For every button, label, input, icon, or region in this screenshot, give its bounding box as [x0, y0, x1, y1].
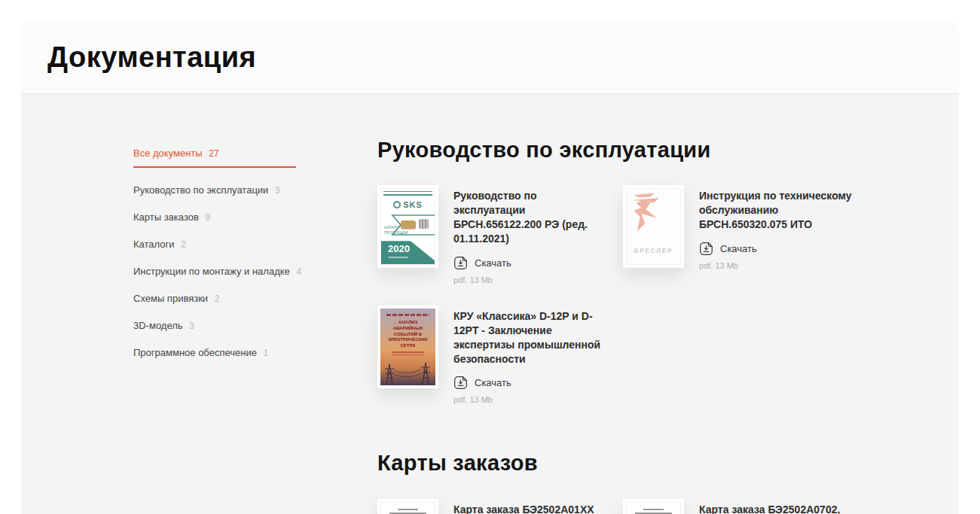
- doc-thumbnail: SKS КАТАЛОГ ПРОДУКЦИИ 2020: [377, 185, 438, 268]
- doc-title: Руководство по эксплуатации БРСН.656122.…: [453, 189, 609, 246]
- page-header: Документация: [21, 21, 959, 94]
- sidebar-item-order-cards[interactable]: Карты заказов 9: [133, 211, 296, 223]
- sidebar-item-label: Карты заказов: [133, 211, 199, 223]
- documents-main: Руководство по эксплуатации SKS: [377, 94, 959, 514]
- document-card: Анализ аварийных событий в электрических…: [377, 306, 623, 405]
- doc-thumbnail: [623, 499, 684, 514]
- sks-year: 2020: [388, 243, 410, 254]
- sidebar-item-count: 2: [215, 293, 220, 304]
- sks-url-line: [389, 257, 408, 258]
- power-towers-silhouette: [380, 355, 435, 385]
- doc-title: Карта заказа БЭ2502А01ХХ: [453, 503, 609, 514]
- section-operation-manual: Руководство по эксплуатации SKS: [377, 138, 959, 404]
- order-form-cover: [626, 502, 681, 514]
- cover-stripes: [383, 191, 432, 198]
- document-card: Карта заказа БЭ2502А01ХХ: [377, 499, 623, 514]
- doc-thumbnail: Анализ аварийных событий в электрических…: [377, 306, 438, 388]
- sidebar-item-label: 3D-модель: [133, 320, 183, 331]
- sidebar-item-label: Руководство по эксплуатации: [133, 184, 268, 196]
- download-label: Скачать: [720, 243, 757, 254]
- sidebar-item-count: 3: [189, 321, 194, 331]
- doc-thumbnail: [377, 499, 438, 514]
- sks-caption: КАТАЛОГ ПРОДУКЦИИ: [384, 225, 401, 235]
- doc-title: Инструкция по техническому обслуживанию …: [699, 189, 854, 232]
- book-authors-line: [386, 314, 429, 316]
- doc-title: КРУ «Классика» D-12P и D-12PT - Заключен…: [453, 309, 609, 366]
- sks-logo-icon: [393, 201, 401, 208]
- doc-title: Карта заказа БЭ2502А0702, БЭ2502А0703: [699, 503, 854, 514]
- document-filter-sidebar: Все документы 27 Руководство по эксплуат…: [133, 94, 296, 514]
- sidebar-item-all-documents[interactable]: Все документы 27: [133, 148, 296, 159]
- download-icon: [453, 376, 468, 390]
- active-item-underline: [133, 166, 296, 168]
- page-title: Документация: [47, 41, 256, 74]
- sidebar-item-count: 3: [275, 185, 280, 196]
- sidebar-item-catalogs[interactable]: Каталоги 2: [133, 239, 296, 250]
- product-photo: [401, 221, 416, 229]
- document-card: Карта заказа БЭ2502А0702, БЭ2502А0703: [623, 499, 869, 514]
- sidebar-item-operation-manual[interactable]: Руководство по эксплуатации 3: [133, 184, 296, 196]
- sidebar-item-count: 1: [264, 348, 269, 358]
- sidebar-item-count: 2: [181, 239, 186, 250]
- download-button[interactable]: Скачать: [453, 376, 609, 390]
- download-button[interactable]: Скачать: [453, 256, 609, 270]
- sidebar-item-label: Программное обеспечение: [133, 347, 257, 358]
- bresler-brand-text: БРЕСЛЕР: [627, 247, 680, 254]
- page-body: Все документы 27 Руководство по эксплуат…: [21, 94, 959, 514]
- book-title: Анализ аварийных событий в электрических…: [380, 320, 435, 349]
- order-form-cover: [380, 502, 435, 514]
- section-order-cards: Карты заказов: [377, 451, 959, 514]
- document-grid: SKS КАТАЛОГ ПРОДУКЦИИ 2020: [377, 185, 959, 404]
- download-label: Скачать: [475, 257, 511, 269]
- download-label: Скачать: [475, 377, 511, 388]
- sks-catalog-cover: SKS КАТАЛОГ ПРОДУКЦИИ 2020: [380, 188, 435, 265]
- sidebar-item-label: Инструкции по монтажу и наладке: [133, 266, 290, 277]
- sidebar-item-label: Схемы привязки: [133, 293, 208, 304]
- section-heading: Руководство по эксплуатации: [377, 138, 959, 163]
- product-photo: [419, 219, 429, 229]
- sidebar-item-3d-model[interactable]: 3D-модель 3: [133, 320, 296, 331]
- book-cover: Анализ аварийных событий в электрических…: [380, 309, 435, 385]
- document-card: БРЕСЛЕР Инструкция по техническому обслу…: [623, 185, 869, 284]
- bresler-logo-icon: [630, 192, 664, 236]
- doc-meta: pdf. 13 Mb: [453, 395, 609, 404]
- sidebar-item-count: 27: [209, 148, 218, 159]
- document-grid: Карта заказа БЭ2502А01ХХ: [377, 499, 959, 514]
- sidebar-item-connection-schemes[interactable]: Схемы привязки 2: [133, 293, 296, 304]
- sidebar-item-label: Каталоги: [133, 239, 175, 250]
- download-button[interactable]: Скачать: [699, 242, 854, 256]
- sidebar-item-software[interactable]: Программное обеспечение 1: [133, 347, 296, 358]
- sidebar-item-count: 4: [296, 266, 301, 277]
- download-icon: [699, 242, 713, 256]
- sks-logo-text: SKS: [403, 200, 423, 209]
- bresler-logo-cover: БРЕСЛЕР: [626, 188, 681, 265]
- sidebar-item-count: 9: [205, 212, 210, 223]
- doc-meta: pdf. 13 Mb: [699, 261, 854, 270]
- document-card: SKS КАТАЛОГ ПРОДУКЦИИ 2020: [377, 185, 623, 284]
- sidebar-item-label: Все документы: [133, 148, 203, 159]
- documentation-page-card: Документация Все документы 27 Руководств…: [21, 21, 959, 514]
- section-heading: Карты заказов: [377, 451, 959, 476]
- doc-thumbnail: БРЕСЛЕР: [623, 185, 684, 268]
- sidebar-item-installation-instructions[interactable]: Инструкции по монтажу и наладке 4: [133, 266, 296, 277]
- doc-meta: pdf. 13 Mb: [453, 275, 609, 284]
- download-icon: [453, 256, 468, 270]
